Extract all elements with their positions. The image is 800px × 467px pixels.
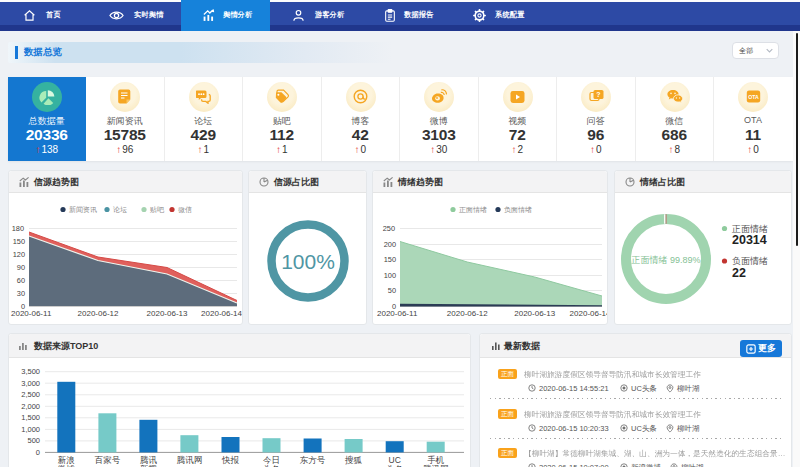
svg-text:60: 60	[17, 276, 25, 285]
svg-text:150: 150	[13, 237, 25, 246]
svg-text:新闻资讯: 新闻资讯	[69, 205, 97, 214]
svg-text:2020-06-12: 2020-06-12	[78, 309, 119, 318]
svg-text:百家号: 百家号	[95, 455, 121, 465]
svg-text:2020-06-14: 2020-06-14	[570, 309, 607, 318]
svg-text:2020-06-12: 2020-06-12	[447, 309, 488, 318]
svg-text:负面情绪: 负面情绪	[732, 256, 768, 266]
svg-text:?: ?	[596, 92, 600, 99]
svg-text:正面情绪 99.89%: 正面情绪 99.89%	[630, 255, 700, 265]
svg-text:500: 500	[27, 436, 40, 445]
svg-text:东方号: 东方号	[300, 455, 326, 465]
svg-text:论坛: 论坛	[113, 206, 127, 213]
svg-text:100: 100	[384, 271, 396, 280]
svg-text:2020-06-11: 2020-06-11	[11, 309, 52, 318]
svg-text:2020-06-13: 2020-06-13	[147, 309, 188, 318]
svg-text:120: 120	[13, 250, 25, 259]
svg-text:腾讯网: 腾讯网	[177, 455, 203, 465]
svg-text:0: 0	[36, 448, 40, 457]
svg-text:搜狐: 搜狐	[344, 455, 363, 465]
svg-text:30: 30	[17, 289, 25, 298]
svg-text:20314: 20314	[732, 233, 767, 247]
svg-text:1,000: 1,000	[21, 425, 40, 434]
svg-text:正面情绪: 正面情绪	[731, 224, 768, 234]
svg-text:1,500: 1,500	[21, 413, 40, 422]
svg-text:2,500: 2,500	[21, 390, 40, 399]
svg-text:22: 22	[732, 266, 746, 280]
svg-text:250: 250	[383, 224, 395, 233]
svg-text:90: 90	[17, 263, 25, 272]
svg-text:贴吧: 贴吧	[149, 206, 165, 214]
svg-text:快报: 快报	[221, 455, 240, 465]
svg-text:50: 50	[388, 286, 396, 295]
svg-text:正面情绪: 正面情绪	[459, 206, 487, 214]
svg-text:100%: 100%	[281, 250, 335, 273]
svg-text:负面情绪: 负面情绪	[504, 206, 532, 214]
svg-text:180: 180	[12, 224, 24, 233]
svg-text:2020-06-11: 2020-06-11	[377, 309, 418, 318]
svg-text:微信: 微信	[178, 206, 192, 214]
svg-text:2020-06-13: 2020-06-13	[514, 309, 555, 318]
svg-text:3,500: 3,500	[21, 367, 40, 376]
svg-text:2020-06-14: 2020-06-14	[201, 309, 242, 318]
svg-text:3,000: 3,000	[21, 379, 40, 388]
svg-text:200: 200	[384, 240, 396, 249]
svg-text:OTA: OTA	[748, 94, 759, 100]
svg-text:150: 150	[384, 255, 396, 264]
svg-text:2,000: 2,000	[21, 402, 40, 411]
